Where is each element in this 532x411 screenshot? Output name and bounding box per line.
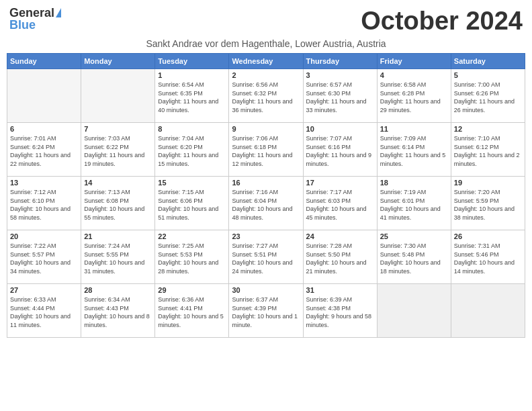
calendar-cell: 27Sunrise: 6:33 AMSunset: 4:44 PMDayligh… [7, 284, 81, 338]
day-number: 3 [306, 71, 374, 79]
calendar-cell: 21Sunrise: 7:24 AMSunset: 5:55 PMDayligh… [81, 230, 155, 284]
calendar-cell: 13Sunrise: 7:12 AMSunset: 6:10 PMDayligh… [7, 177, 81, 230]
weekday-header: Wednesday [229, 54, 303, 69]
day-info: Sunrise: 7:06 AMSunset: 6:18 PMDaylight:… [232, 134, 300, 168]
calendar-cell: 8Sunrise: 7:04 AMSunset: 6:20 PMDaylight… [155, 123, 229, 177]
logo-general-text: General [9, 7, 54, 19]
day-number: 5 [454, 71, 522, 79]
day-number: 8 [158, 125, 226, 133]
logo-blue-text: Blue [9, 19, 36, 31]
day-info: Sunrise: 7:01 AMSunset: 6:24 PMDaylight:… [10, 134, 78, 168]
day-info: Sunrise: 7:07 AMSunset: 6:16 PMDaylight:… [306, 134, 374, 168]
day-info: Sunrise: 6:39 AMSunset: 4:38 PMDaylight:… [306, 295, 374, 329]
calendar-cell: 31Sunrise: 6:39 AMSunset: 4:38 PMDayligh… [303, 284, 377, 338]
calendar-cell: 28Sunrise: 6:34 AMSunset: 4:43 PMDayligh… [81, 284, 155, 338]
weekday-header: Saturday [451, 54, 525, 69]
day-info: Sunrise: 6:37 AMSunset: 4:39 PMDaylight:… [232, 295, 300, 329]
calendar-cell: 29Sunrise: 6:36 AMSunset: 4:41 PMDayligh… [155, 284, 229, 338]
calendar-cell: 30Sunrise: 6:37 AMSunset: 4:39 PMDayligh… [229, 284, 303, 338]
calendar-cell [377, 284, 451, 338]
day-number: 29 [158, 286, 226, 294]
day-number: 19 [454, 179, 522, 187]
day-info: Sunrise: 6:56 AMSunset: 6:32 PMDaylight:… [232, 81, 300, 114]
day-info: Sunrise: 6:57 AMSunset: 6:30 PMDaylight:… [306, 81, 374, 114]
calendar-cell: 19Sunrise: 7:20 AMSunset: 5:59 PMDayligh… [451, 177, 525, 230]
weekday-header: Sunday [7, 54, 81, 69]
weekday-header: Tuesday [155, 54, 229, 69]
month-title: October 2024 [361, 7, 523, 36]
calendar-cell [451, 284, 525, 338]
day-info: Sunrise: 7:20 AMSunset: 5:59 PMDaylight:… [454, 188, 522, 222]
day-info: Sunrise: 7:13 AMSunset: 6:08 PMDaylight:… [84, 188, 152, 222]
day-info: Sunrise: 7:15 AMSunset: 6:06 PMDaylight:… [158, 188, 226, 222]
day-number: 16 [232, 179, 300, 187]
calendar-table: SundayMondayTuesdayWednesdayThursdayFrid… [7, 53, 525, 338]
day-number: 7 [84, 125, 152, 133]
day-number: 4 [380, 71, 448, 79]
day-number: 1 [158, 71, 226, 79]
day-info: Sunrise: 6:54 AMSunset: 6:35 PMDaylight:… [158, 81, 226, 114]
calendar-cell: 5Sunrise: 7:00 AMSunset: 6:26 PMDaylight… [451, 69, 525, 123]
day-info: Sunrise: 7:27 AMSunset: 5:51 PMDaylight:… [232, 242, 300, 275]
day-number: 23 [232, 232, 300, 240]
day-number: 13 [10, 179, 78, 187]
day-info: Sunrise: 7:25 AMSunset: 5:53 PMDaylight:… [158, 242, 226, 275]
calendar-cell: 17Sunrise: 7:17 AMSunset: 6:03 PMDayligh… [303, 177, 377, 230]
day-number: 10 [306, 125, 374, 133]
calendar-cell: 10Sunrise: 7:07 AMSunset: 6:16 PMDayligh… [303, 123, 377, 177]
calendar-cell [7, 69, 81, 123]
day-info: Sunrise: 7:16 AMSunset: 6:04 PMDaylight:… [232, 188, 300, 222]
day-number: 20 [10, 232, 78, 240]
day-info: Sunrise: 7:17 AMSunset: 6:03 PMDaylight:… [306, 188, 374, 222]
logo-icon [56, 8, 61, 17]
location-subtitle: Sankt Andrae vor dem Hagenthale, Lower A… [7, 38, 525, 49]
weekday-header: Friday [377, 54, 451, 69]
calendar-cell: 1Sunrise: 6:54 AMSunset: 6:35 PMDaylight… [155, 69, 229, 123]
day-info: Sunrise: 7:12 AMSunset: 6:10 PMDaylight:… [10, 188, 78, 222]
day-info: Sunrise: 7:10 AMSunset: 6:12 PMDaylight:… [454, 134, 522, 168]
day-number: 15 [158, 179, 226, 187]
day-info: Sunrise: 7:30 AMSunset: 5:48 PMDaylight:… [380, 242, 448, 275]
day-info: Sunrise: 7:00 AMSunset: 6:26 PMDaylight:… [454, 81, 522, 114]
calendar-cell: 9Sunrise: 7:06 AMSunset: 6:18 PMDaylight… [229, 123, 303, 177]
day-number: 24 [306, 232, 374, 240]
day-number: 14 [84, 179, 152, 187]
day-info: Sunrise: 7:22 AMSunset: 5:57 PMDaylight:… [10, 242, 78, 275]
day-number: 30 [232, 286, 300, 294]
calendar-cell: 6Sunrise: 7:01 AMSunset: 6:24 PMDaylight… [7, 123, 81, 177]
day-number: 26 [454, 232, 522, 240]
day-info: Sunrise: 7:28 AMSunset: 5:50 PMDaylight:… [306, 242, 374, 275]
day-number: 17 [306, 179, 374, 187]
calendar-cell: 24Sunrise: 7:28 AMSunset: 5:50 PMDayligh… [303, 230, 377, 284]
day-info: Sunrise: 7:09 AMSunset: 6:14 PMDaylight:… [380, 134, 448, 168]
weekday-header: Thursday [303, 54, 377, 69]
calendar-cell: 4Sunrise: 6:58 AMSunset: 6:28 PMDaylight… [377, 69, 451, 123]
day-number: 18 [380, 179, 448, 187]
day-number: 9 [232, 125, 300, 133]
calendar-cell: 26Sunrise: 7:31 AMSunset: 5:46 PMDayligh… [451, 230, 525, 284]
day-number: 27 [10, 286, 78, 294]
calendar-cell: 7Sunrise: 7:03 AMSunset: 6:22 PMDaylight… [81, 123, 155, 177]
calendar-cell: 22Sunrise: 7:25 AMSunset: 5:53 PMDayligh… [155, 230, 229, 284]
calendar-cell: 11Sunrise: 7:09 AMSunset: 6:14 PMDayligh… [377, 123, 451, 177]
calendar-cell: 14Sunrise: 7:13 AMSunset: 6:08 PMDayligh… [81, 177, 155, 230]
day-number: 12 [454, 125, 522, 133]
day-info: Sunrise: 7:31 AMSunset: 5:46 PMDaylight:… [454, 242, 522, 275]
logo: General Blue [9, 7, 61, 31]
day-info: Sunrise: 7:04 AMSunset: 6:20 PMDaylight:… [158, 134, 226, 168]
calendar-cell [81, 69, 155, 123]
day-info: Sunrise: 6:58 AMSunset: 6:28 PMDaylight:… [380, 81, 448, 114]
calendar-cell: 15Sunrise: 7:15 AMSunset: 6:06 PMDayligh… [155, 177, 229, 230]
calendar-cell: 20Sunrise: 7:22 AMSunset: 5:57 PMDayligh… [7, 230, 81, 284]
weekday-header: Monday [81, 54, 155, 69]
calendar-cell: 25Sunrise: 7:30 AMSunset: 5:48 PMDayligh… [377, 230, 451, 284]
calendar-cell: 3Sunrise: 6:57 AMSunset: 6:30 PMDaylight… [303, 69, 377, 123]
day-info: Sunrise: 7:03 AMSunset: 6:22 PMDaylight:… [84, 134, 152, 168]
day-number: 11 [380, 125, 448, 133]
day-number: 25 [380, 232, 448, 240]
day-info: Sunrise: 7:24 AMSunset: 5:55 PMDaylight:… [84, 242, 152, 275]
day-number: 22 [158, 232, 226, 240]
day-info: Sunrise: 6:36 AMSunset: 4:41 PMDaylight:… [158, 295, 226, 329]
day-info: Sunrise: 7:19 AMSunset: 6:01 PMDaylight:… [380, 188, 448, 222]
calendar-cell: 18Sunrise: 7:19 AMSunset: 6:01 PMDayligh… [377, 177, 451, 230]
